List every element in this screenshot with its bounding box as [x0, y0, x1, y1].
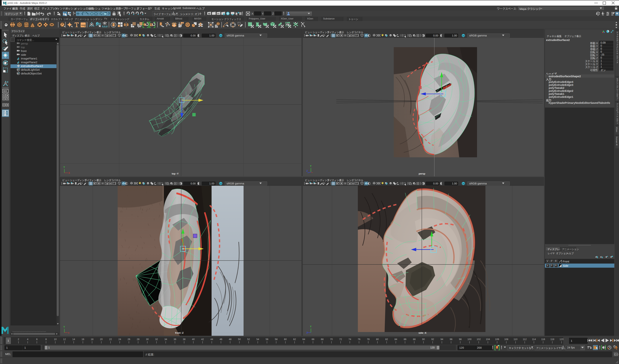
svg-text:50: 50 — [238, 338, 240, 341]
svg-text:72: 72 — [339, 338, 342, 341]
svg-text:44: 44 — [211, 338, 213, 341]
svg-text:46: 46 — [220, 338, 222, 341]
svg-text:Y: Y — [310, 165, 311, 168]
svg-text:58: 58 — [275, 338, 277, 341]
svg-text:T: T — [113, 182, 114, 184]
svg-text:2: 2 — [18, 338, 19, 341]
svg-text:14: 14 — [72, 338, 75, 341]
svg-text:22: 22 — [109, 338, 112, 341]
svg-text:6: 6 — [36, 338, 37, 341]
svg-text:114: 114 — [532, 338, 536, 341]
svg-text:110: 110 — [513, 338, 517, 341]
svg-text:68: 68 — [321, 338, 324, 341]
svg-text:108: 108 — [504, 338, 508, 341]
svg-text:66: 66 — [312, 338, 314, 341]
svg-text:62: 62 — [293, 338, 296, 341]
svg-text:Z: Z — [306, 331, 308, 334]
svg-text:4: 4 — [27, 338, 28, 341]
svg-text:Y: Y — [310, 325, 311, 328]
svg-text:80: 80 — [376, 338, 379, 341]
svg-text:70: 70 — [330, 338, 333, 341]
svg-text:28: 28 — [137, 338, 139, 341]
svg-text:?: ? — [108, 12, 110, 16]
svg-text:{;}: {;} — [614, 353, 619, 356]
svg-text:52: 52 — [247, 338, 250, 341]
svg-text:76: 76 — [358, 338, 360, 341]
svg-text:112: 112 — [523, 338, 527, 341]
svg-text:ON: ON — [220, 183, 222, 185]
svg-text:30: 30 — [146, 338, 149, 341]
svg-text:26: 26 — [127, 338, 130, 341]
svg-text:32: 32 — [155, 338, 158, 341]
svg-text:ON: ON — [462, 35, 464, 37]
svg-text:120: 120 — [560, 338, 564, 341]
svg-text:20: 20 — [100, 338, 102, 341]
svg-text:106: 106 — [495, 338, 499, 341]
svg-text:38: 38 — [183, 338, 185, 341]
svg-text:X: X — [69, 172, 70, 174]
svg-text:98: 98 — [459, 338, 462, 341]
svg-text:102: 102 — [477, 338, 481, 341]
svg-text:60: 60 — [284, 338, 287, 341]
svg-text:116: 116 — [541, 338, 545, 341]
svg-text:ON: ON — [220, 35, 222, 37]
svg-text:82: 82 — [385, 338, 388, 341]
svg-text:48: 48 — [229, 338, 231, 341]
svg-text:92: 92 — [431, 338, 434, 341]
svg-text:40: 40 — [192, 338, 195, 341]
svg-text:74: 74 — [349, 338, 351, 341]
svg-text:118: 118 — [550, 338, 554, 341]
svg-text:100: 100 — [467, 338, 472, 341]
svg-text:IPR: IPR — [217, 13, 220, 14]
svg-text:T: T — [356, 182, 357, 184]
svg-text:16: 16 — [82, 338, 84, 341]
svg-text:94: 94 — [440, 338, 443, 341]
svg-text:8: 8 — [45, 338, 47, 341]
svg-text:Z: Z — [306, 170, 308, 172]
svg-text:T: T — [113, 34, 114, 37]
svg-text:x: x — [68, 331, 70, 334]
svg-text:88: 88 — [413, 338, 415, 341]
svg-text:104: 104 — [486, 338, 490, 341]
svg-text:86: 86 — [404, 338, 406, 341]
svg-text:34: 34 — [164, 338, 167, 341]
svg-text:12: 12 — [63, 338, 66, 341]
svg-text:svg: svg — [81, 24, 85, 27]
svg-text:0,0,0: 0,0,0 — [102, 25, 108, 28]
svg-text:42: 42 — [201, 338, 204, 341]
svg-text:T: T — [356, 34, 357, 37]
svg-text:ON: ON — [462, 183, 464, 185]
svg-text:54: 54 — [256, 338, 259, 341]
svg-text:84: 84 — [394, 338, 397, 341]
svg-text:96: 96 — [450, 338, 452, 341]
svg-text:56: 56 — [266, 338, 268, 341]
svg-text:90: 90 — [422, 338, 425, 341]
svg-text:78: 78 — [367, 338, 369, 341]
svg-text:64: 64 — [302, 338, 305, 341]
svg-text:Y: Y — [63, 166, 65, 168]
svg-text:24: 24 — [118, 338, 121, 341]
svg-text:Y: Y — [63, 326, 65, 328]
svg-text:10: 10 — [54, 338, 56, 341]
svg-text:18: 18 — [91, 338, 93, 341]
svg-text:36: 36 — [174, 338, 176, 341]
